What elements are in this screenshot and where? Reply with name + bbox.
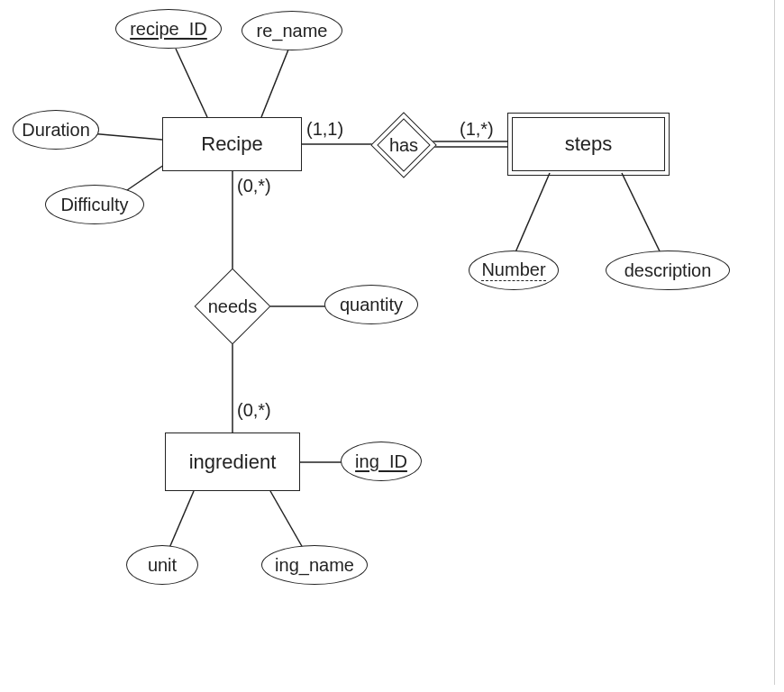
relationship-has: has (372, 114, 435, 177)
card-recipe-needs: (0,*) (237, 176, 271, 196)
entity-recipe: Recipe (162, 117, 302, 171)
svg-line-13 (167, 491, 194, 554)
attr-ing-name: ing_name (261, 545, 368, 585)
svg-line-2 (90, 133, 162, 140)
card-recipe-has: (1,1) (306, 119, 343, 140)
svg-line-8 (622, 173, 662, 257)
attr-ing-id: ing_ID (341, 442, 422, 481)
page-edge-rule (774, 0, 775, 685)
er-diagram-canvas: Recipe recipe_ID re_name Duration Diffic… (0, 0, 784, 692)
attr-duration: Duration (13, 110, 99, 150)
svg-line-14 (270, 491, 306, 554)
attr-re-name: re_name (242, 11, 342, 50)
attr-ing-unit: unit (126, 545, 198, 585)
attr-needs-quantity: quantity (324, 285, 418, 324)
attr-steps-description: description (606, 250, 730, 290)
relationship-needs: needs (192, 266, 273, 347)
attr-difficulty: Difficulty (45, 185, 144, 224)
connector-lines (0, 0, 784, 692)
attr-recipe-id: recipe_ID (115, 9, 222, 49)
card-ingredient-needs: (0,*) (237, 400, 271, 421)
entity-steps: steps (512, 117, 665, 171)
svg-line-1 (261, 50, 288, 117)
card-steps-has: (1,*) (460, 119, 494, 140)
entity-ingredient: ingredient (165, 432, 300, 491)
svg-line-7 (515, 173, 550, 252)
attr-steps-number: Number (469, 250, 559, 290)
svg-line-0 (176, 49, 207, 117)
